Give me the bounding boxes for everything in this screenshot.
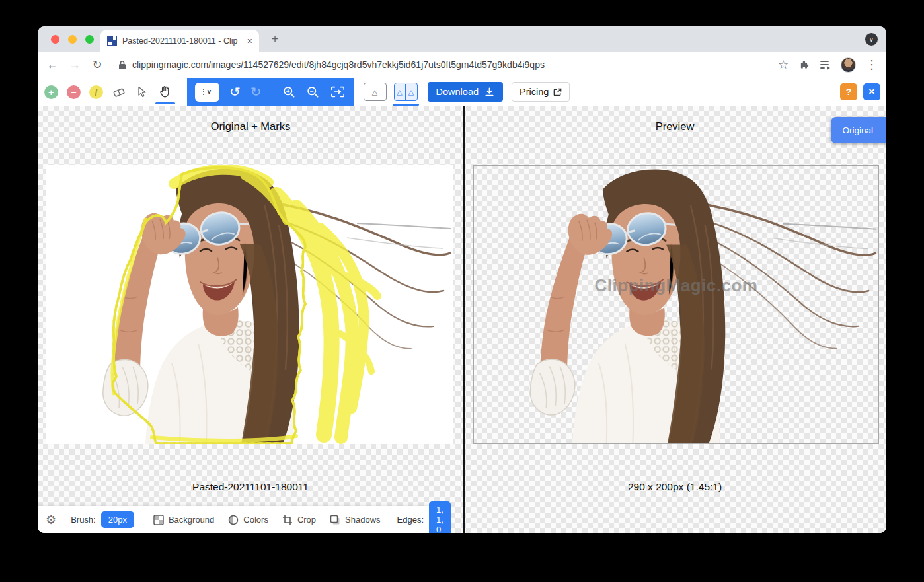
shadows-button[interactable]: Shadows xyxy=(330,515,380,525)
crop-button[interactable]: Crop xyxy=(282,515,316,525)
edges-button[interactable]: 1, 1, 0 xyxy=(429,501,451,533)
cursor-tool-icon[interactable] xyxy=(135,85,149,99)
reload-icon[interactable]: ↻ xyxy=(91,57,104,72)
lock-icon xyxy=(118,60,126,70)
url-text: clippingmagic.com/images/114527629/edit/… xyxy=(132,59,545,70)
help-button[interactable]: ? xyxy=(840,83,857,100)
original-marks-image[interactable] xyxy=(46,165,453,444)
right-panel-title: Preview xyxy=(465,120,885,133)
editor-toolbar: + − / ∨ ↺ ↻ xyxy=(38,78,886,106)
back-icon[interactable]: ← xyxy=(46,58,59,72)
brush-label: Brush: xyxy=(71,515,96,525)
preview-image[interactable]: ClippingMagic.com xyxy=(473,165,879,444)
settings-gear-icon[interactable]: ⚙ xyxy=(46,513,56,527)
keep-tool-icon[interactable]: + xyxy=(44,85,58,99)
background-button[interactable]: Background xyxy=(153,515,214,525)
pricing-button[interactable]: Pricing xyxy=(512,82,570,102)
editor-canvas: Original + Marks Preview ClippingMagic.c… xyxy=(38,106,886,533)
side-panel-icon[interactable] xyxy=(820,59,831,70)
options-bar: ⚙ Brush: 20px Background Colors Crop xyxy=(38,506,441,533)
new-tab-button[interactable]: + xyxy=(267,31,283,47)
zoom-fit-icon[interactable] xyxy=(330,85,346,99)
panel-divider xyxy=(463,106,465,533)
clippingmagic-favicon-icon xyxy=(107,36,117,46)
minimize-window-button[interactable] xyxy=(68,35,77,44)
tab-close-icon[interactable]: × xyxy=(247,36,252,46)
original-photo xyxy=(46,165,453,444)
colors-icon xyxy=(228,515,239,525)
remove-tool-icon[interactable]: − xyxy=(67,85,81,99)
chevron-down-icon: ∨ xyxy=(207,89,212,95)
show-original-button[interactable]: Original xyxy=(831,117,886,143)
left-panel-title: Original + Marks xyxy=(38,120,463,133)
colors-button[interactable]: Colors xyxy=(228,515,268,525)
shadows-icon xyxy=(330,515,340,525)
zoom-out-icon[interactable] xyxy=(306,85,320,99)
tab-title: Pasted-20211101-180011 - Clip xyxy=(122,36,242,46)
close-editor-button[interactable]: × xyxy=(863,83,880,100)
marks-visibility-dropdown[interactable]: ∨ xyxy=(195,83,219,102)
toolbar-divider xyxy=(272,83,272,100)
hair-tool-icon[interactable]: / xyxy=(89,85,103,99)
mark-tools: + − / xyxy=(38,85,180,99)
download-icon xyxy=(484,87,494,97)
browser-window: Pasted-20211101-180011 - Clip × + ∨ ← → … xyxy=(38,26,886,533)
pricing-label: Pricing xyxy=(520,87,549,97)
forward-icon: → xyxy=(68,58,81,72)
crop-icon xyxy=(282,515,293,525)
watermark-text: ClippingMagic.com xyxy=(474,275,878,296)
address-input[interactable]: clippingmagic.com/images/114527629/edit/… xyxy=(113,59,767,70)
close-window-button[interactable] xyxy=(51,35,59,44)
shadows-label: Shadows xyxy=(345,515,380,525)
extensions-icon[interactable] xyxy=(799,59,810,71)
edges-label: Edges: xyxy=(397,515,424,525)
download-button[interactable]: Download xyxy=(428,82,504,102)
redo-icon: ↻ xyxy=(250,85,262,98)
preview-photo xyxy=(474,166,878,443)
tab-strip: Pasted-20211101-180011 - Clip × + ∨ xyxy=(38,26,886,52)
background-icon xyxy=(153,515,164,525)
view-mode-buttons: △ △△ xyxy=(364,83,418,101)
browser-tab[interactable]: Pasted-20211101-180011 - Clip × xyxy=(100,30,259,52)
external-link-icon xyxy=(553,88,562,96)
brush-size-button[interactable]: 20px xyxy=(101,511,134,528)
triangle-icon: △ xyxy=(372,88,377,96)
tab-search-chevron-icon[interactable]: ∨ xyxy=(865,33,878,46)
right-panel-caption: 290 x 200px (1.45:1) xyxy=(465,481,885,493)
eraser-tool-icon[interactable] xyxy=(112,85,126,99)
pan-hand-tool-icon[interactable] xyxy=(158,85,173,99)
split-view-button[interactable]: △△ xyxy=(394,83,418,101)
maximize-window-button[interactable] xyxy=(85,35,94,44)
chrome-menu-icon[interactable]: ⋮ xyxy=(865,57,878,72)
colors-label: Colors xyxy=(243,515,268,525)
left-panel-caption: Pasted-20211101-180011 xyxy=(38,481,463,493)
single-view-button[interactable]: △ xyxy=(364,83,387,101)
triangle-icon: △ xyxy=(406,84,417,100)
undo-icon[interactable]: ↺ xyxy=(229,85,241,98)
url-bar: ← → ↻ clippingmagic.com/images/114527629… xyxy=(38,52,886,78)
help-close-group: ? × xyxy=(840,83,880,100)
dotted-line-icon xyxy=(203,89,204,95)
download-label: Download xyxy=(436,87,479,97)
background-label: Background xyxy=(169,515,214,525)
triangle-icon: △ xyxy=(395,84,406,100)
crop-label: Crop xyxy=(297,515,316,525)
canvas-controls: ∨ ↺ ↻ xyxy=(187,78,354,106)
bookmark-star-icon[interactable]: ☆ xyxy=(777,57,790,72)
zoom-in-icon[interactable] xyxy=(282,85,296,99)
traffic-lights xyxy=(51,35,94,44)
profile-avatar[interactable] xyxy=(841,57,856,73)
